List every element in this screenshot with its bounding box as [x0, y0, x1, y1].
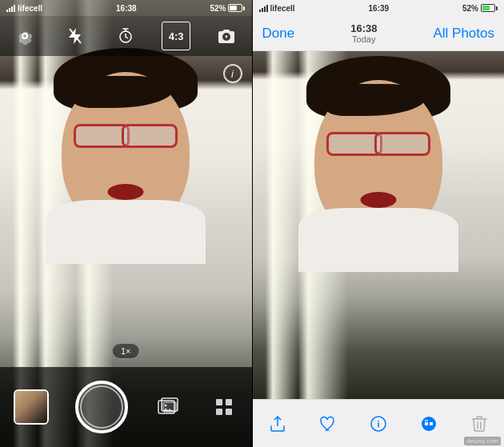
mouth-right — [360, 192, 396, 208]
zoom-label: 1× — [121, 346, 131, 356]
shutter-inner-ring — [80, 385, 123, 429]
battery-percent-left: 52% — [210, 4, 226, 13]
mouth — [108, 184, 144, 200]
clock-left: 16:38 — [116, 4, 137, 13]
battery-percent-right: 52% — [462, 4, 478, 13]
battery-body — [228, 4, 242, 12]
camera-panel: lifecell 16:38 52% — [0, 0, 252, 447]
battery-fill — [230, 6, 237, 10]
photo-view-image — [253, 0, 505, 399]
battery-tip-right — [496, 6, 498, 10]
flip-camera-icon[interactable] — [212, 22, 241, 50]
aspect-ratio-label: 4:3 — [169, 30, 184, 42]
status-bar-right: lifecell 16:39 52% — [253, 0, 505, 16]
all-photos-button[interactable]: All Photos — [433, 26, 494, 42]
thumbnail-image — [15, 391, 47, 423]
carrier-name: lifecell — [18, 4, 42, 13]
shirt — [46, 200, 206, 264]
battery-icon-left — [228, 4, 245, 12]
battery-tip — [243, 6, 245, 10]
grid-icon[interactable] — [210, 393, 238, 421]
camera-toolbar-top: 4:3 — [0, 16, 252, 56]
photos-panel: lifecell 16:39 52% Done 16:38 Today All … — [253, 0, 505, 447]
camera-toolbar-bottom — [0, 367, 252, 447]
clock-right: 16:39 — [369, 4, 390, 13]
battery-area-left: 52% — [210, 4, 245, 13]
glasses-right-lens — [122, 124, 178, 148]
photo-time: 16:38 — [350, 22, 377, 34]
delete-button[interactable] — [465, 409, 494, 438]
battery-fill-right — [482, 6, 490, 10]
photos-navbar: Done 16:38 Today All Photos — [253, 16, 505, 51]
svg-point-11 — [422, 417, 436, 431]
lips — [108, 184, 144, 200]
flash-icon[interactable] — [61, 22, 90, 50]
photo-date: Today — [350, 34, 377, 44]
photos-view-icon[interactable] — [414, 409, 443, 438]
svg-rect-6 — [216, 399, 222, 405]
lips-right — [360, 192, 396, 208]
svg-rect-8 — [216, 409, 222, 415]
battery-area-right: 52% — [462, 4, 498, 13]
photo-view-background — [253, 0, 505, 399]
battery-icon-right — [481, 4, 498, 12]
signal-bars-icon-right — [259, 4, 268, 12]
svg-rect-7 — [226, 399, 232, 405]
carrier-name-right: lifecell — [270, 4, 295, 13]
shutter-button[interactable] — [75, 381, 128, 433]
shirt-right — [298, 208, 458, 272]
svg-rect-14 — [425, 420, 428, 421]
glasses-right-lens-right — [374, 132, 430, 156]
svg-rect-12 — [425, 422, 428, 425]
hair-bangs-right — [326, 84, 426, 116]
share-button[interactable] — [263, 409, 292, 438]
svg-rect-13 — [430, 422, 433, 425]
svg-point-5 — [164, 405, 166, 407]
glasses — [74, 124, 178, 152]
battery-body-right — [481, 4, 495, 12]
photo-library-icon[interactable] — [154, 393, 183, 421]
like-button[interactable] — [314, 409, 342, 438]
svg-rect-9 — [226, 409, 232, 415]
last-photo-thumbnail[interactable] — [14, 389, 49, 425]
timer-icon[interactable] — [111, 22, 140, 50]
glasses-right-frame — [326, 132, 430, 160]
status-bar-left: lifecell 16:38 52% — [0, 0, 252, 16]
settings-icon[interactable] — [10, 22, 39, 50]
watermark: deuaq.com — [464, 437, 501, 445]
zoom-button[interactable]: 1× — [112, 343, 140, 359]
carrier-signal: lifecell — [6, 4, 42, 13]
hair-bangs — [74, 76, 174, 108]
info-button-right[interactable] — [364, 409, 393, 438]
info-icon: i — [231, 68, 234, 80]
nav-center: 16:38 Today — [350, 22, 377, 44]
face-area — [46, 72, 206, 264]
done-button[interactable]: Done — [262, 26, 295, 42]
carrier-signal-right: lifecell — [259, 4, 295, 13]
face-area-right — [298, 80, 458, 272]
signal-bars-icon — [6, 4, 15, 12]
info-button[interactable]: i — [223, 64, 242, 83]
aspect-ratio-icon[interactable]: 4:3 — [162, 22, 190, 50]
